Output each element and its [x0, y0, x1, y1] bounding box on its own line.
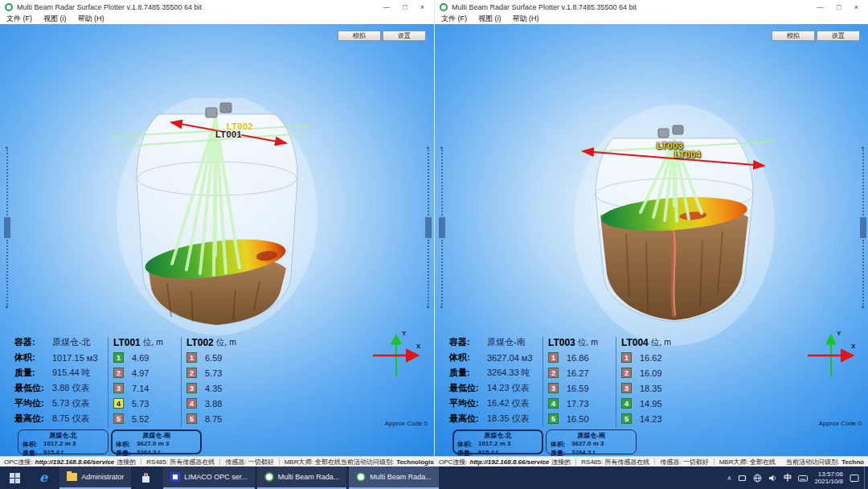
taskbar-store-button[interactable] [131, 466, 161, 489]
max-level-label: 最高位: [14, 413, 52, 425]
measurement-panel: 容器:原煤仓-北 体积:1017.15 м3 质量:915.44 吨 最低位:3… [14, 335, 252, 427]
avg-level-label: 平均位: [14, 397, 52, 409]
mass-label: 质量: [14, 367, 52, 379]
vertical-ruler[interactable]: ▲▼ [859, 145, 866, 310]
opc-status: OPC连接:http://192.168.8.66/service连接的 [439, 458, 571, 466]
silo-tab-north[interactable]: 原煤仓-北 体积:1017.2 m 3 质量:915.4 t [18, 429, 108, 454]
sensors-status: 传感器: 一切都好 [660, 458, 708, 466]
menu-view[interactable]: 视图 (i) [43, 14, 67, 24]
avg-level-label: 平均位: [449, 397, 487, 409]
beam-status-cell: 2 [621, 368, 632, 378]
taskbar-explorer-button[interactable]: Administrator [59, 466, 131, 489]
taskbar-limaco-button[interactable]: LIMACO OPC ser... [163, 466, 255, 489]
minimize-button[interactable]: — [817, 3, 824, 11]
approx-code-label: Approx Code 0 [819, 420, 862, 427]
sensor-column-lt003: LT003位, m 116.86 216.27 316.59 417.73 51… [548, 335, 614, 427]
beam-status-cell: 2 [113, 368, 124, 378]
mbr-app-icon [356, 472, 366, 482]
access-level-status: 当前活动访问级别:Technologist [341, 458, 434, 466]
close-button[interactable]: × [420, 3, 424, 11]
silo-tab-south[interactable]: 原煤仓-南 体积:3627.0 m 3 质量:3264.3 t [111, 429, 202, 454]
maximize-button[interactable]: □ [837, 3, 841, 11]
menu-help[interactable]: 帮助 (H) [78, 14, 104, 24]
limaco-app-icon [170, 472, 180, 482]
settings-button[interactable]: 设置 [817, 31, 860, 41]
menu-file[interactable]: 文件 (F) [6, 14, 32, 24]
beam-status-cell: 1 [548, 352, 559, 363]
touch-keyboard-icon[interactable] [798, 474, 808, 483]
menu-help[interactable]: 帮助 (H) [513, 14, 539, 24]
minimize-button[interactable]: — [383, 3, 390, 11]
beam-status-cell: 5 [621, 413, 632, 424]
mbr-status: MBR大师: 全部在线 [285, 458, 341, 466]
device-icon[interactable] [738, 474, 747, 483]
simulate-button[interactable]: 模拟 [772, 31, 815, 41]
sensor-label-lt004: LT004 [674, 150, 701, 159]
menu-view[interactable]: 视图 (i) [478, 14, 502, 24]
beam-status-cell: 3 [621, 383, 632, 393]
taskbar-mbr-button-2[interactable]: Multi Beam Rada... [349, 466, 439, 489]
min-level-label: 最低位: [449, 382, 487, 394]
sensor-column-lt004: LT004位, m 116.62 216.09 318.35 414.95 51… [621, 335, 687, 427]
axis-y-label: Y [837, 330, 841, 337]
beam-status-cell: 2 [186, 368, 197, 378]
simulate-button[interactable]: 模拟 [338, 31, 381, 41]
app-window-south: Multi Beam Radar Surface Plotter v.1.8.7… [434, 0, 868, 466]
vertical-ruler[interactable]: ▲▼ [424, 145, 432, 310]
vertical-ruler[interactable]: ▲▼ [438, 145, 445, 310]
mass-label: 质量: [449, 367, 487, 379]
container-label: 容器: [14, 336, 52, 348]
volume-label: 体积: [449, 351, 487, 364]
sensors-status: 传感器: 一切都好 [225, 458, 273, 466]
axis-indicator: Y X [803, 328, 861, 386]
beam-status-cell: 5 [113, 413, 124, 424]
folder-icon [67, 473, 77, 481]
taskbar: e Administrator LIMACO OPC ser... Multi … [0, 466, 868, 489]
taskbar-edge-button[interactable]: e [30, 466, 57, 489]
beam-status-cell: 4 [621, 398, 632, 409]
plot-canvas: 模拟 设置 [0, 24, 434, 456]
axis-x-label: X [851, 343, 855, 350]
beam-status-cell: 1 [186, 352, 197, 363]
axis-x-label: X [416, 343, 420, 350]
start-button[interactable] [0, 466, 30, 489]
windows-logo-icon [10, 473, 20, 483]
status-bar: OPC连接:http://192.168.8.66/service连接的 RS4… [435, 456, 868, 466]
volume-icon[interactable] [768, 474, 777, 483]
menu-bar: 文件 (F) 视图 (i) 帮助 (H) [0, 14, 434, 24]
settings-button[interactable]: 设置 [383, 31, 426, 41]
vertical-ruler[interactable]: ▲▼ [3, 145, 10, 310]
beam-status-cell: 2 [548, 368, 559, 378]
taskbar-clock[interactable]: 13:57:06 2021/10/8 [814, 471, 843, 485]
ime-indicator[interactable]: 中 [784, 472, 792, 483]
beam-status-cell: 4 [548, 398, 559, 409]
axis-y-label: Y [402, 330, 406, 337]
title-bar: Multi Beam Radar Surface Plotter v.1.8.7… [0, 0, 434, 14]
menu-file[interactable]: 文件 (F) [441, 14, 467, 24]
plot-canvas: 模拟 设置 [435, 24, 868, 456]
sensor-column-lt001: LT001位, m 14.69 24.97 37.14 45.73 55.52 [113, 335, 179, 427]
silo-tab-south[interactable]: 原煤仓-南 体积:3627.0 m 3 质量:3264.3 t [546, 429, 637, 454]
window-title: Multi Beam Radar Surface Plotter v.1.8.7… [452, 3, 813, 11]
min-level-label: 最低位: [14, 382, 52, 394]
sensor-column-lt002: LT002位, m 16.59 25.73 34.35 43.88 58.75 [186, 335, 252, 427]
maximize-button[interactable]: □ [403, 3, 407, 11]
beam-status-cell: 4 [186, 398, 197, 409]
approx-code-label: Approx Code 0 [385, 420, 428, 427]
status-bar: OPC连接:http://192.168.8.66/service连接的 RS4… [0, 456, 434, 466]
notification-icon[interactable] [850, 474, 859, 483]
axis-indicator: Y X [368, 328, 426, 386]
sensor-label-lt001: LT001 [215, 129, 242, 139]
close-button[interactable]: × [854, 3, 858, 11]
access-level-status: 当前活动访问级别:Techno [786, 458, 864, 466]
silo-tab-north[interactable]: 原煤仓-北 体积:1017.2 m 3 质量:915.4 t [452, 429, 543, 454]
window-title: Multi Beam Radar Surface Plotter v.1.8.7… [17, 3, 379, 11]
edge-icon: e [39, 471, 47, 484]
beam-status-cell: 5 [186, 413, 197, 424]
hidden-icons-chevron[interactable]: ∧ [727, 475, 732, 482]
taskbar-mbr-button-1[interactable]: Multi Beam Rada... [257, 466, 347, 489]
network-globe-icon[interactable] [753, 474, 762, 483]
beam-status-cell: 1 [113, 352, 124, 363]
beam-status-cell: 3 [548, 383, 559, 393]
show-desktop-button[interactable] [864, 466, 868, 489]
